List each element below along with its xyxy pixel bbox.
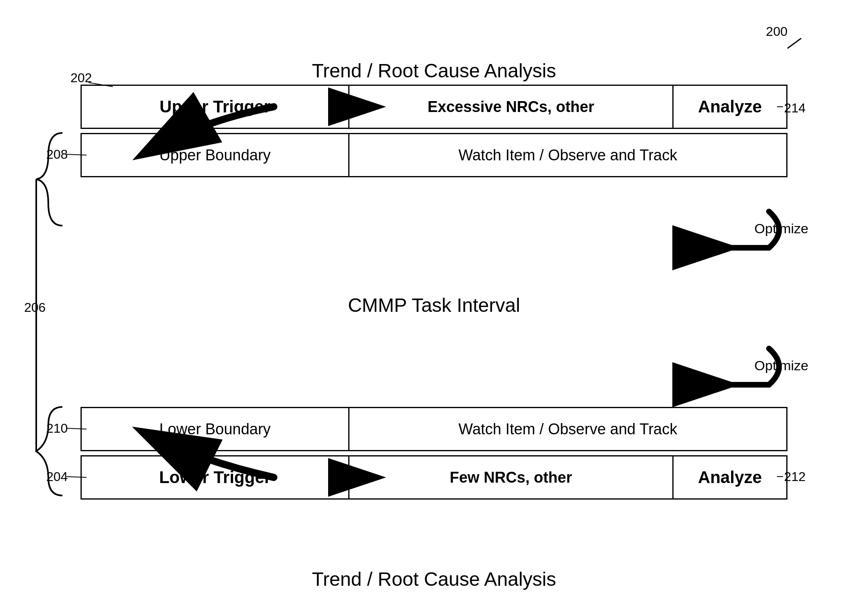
upper-trigger-label: Upper Trigger [159,97,270,116]
lower-trigger-row: Lower Trigger Few NRCs, other Analyze [81,455,787,500]
upper-trigger-middle-label: Excessive NRCs, other [428,98,594,116]
top-title: Trend / Root Cause Analysis [0,60,868,82]
lower-trigger-middle-cell: Few NRCs, other [349,456,674,498]
lower-trigger-label: Lower Trigger [159,468,271,487]
upper-trigger-row: Upper Trigger Excessive NRCs, other Anal… [81,85,787,129]
lower-watch-cell: Watch Item / Observe and Track [349,408,786,450]
lower-boundary-label: Lower Boundary [159,421,271,438]
optimize-lower-label: Optimize [754,358,808,373]
ref-208: 208 [46,147,68,162]
upper-boundary-cell: Upper Boundary [82,134,349,176]
svg-line-2 [787,38,801,48]
upper-watch-cell: Watch Item / Observe and Track [349,134,786,176]
lower-trigger-analyze-label: Analyze [698,468,762,487]
ref-204: 204 [46,469,68,484]
upper-boundary-label: Upper Boundary [159,147,271,164]
ref-206: 206 [24,300,45,315]
lower-watch-label: Watch Item / Observe and Track [459,421,677,438]
lower-trigger-middle-label: Few NRCs, other [450,469,572,486]
upper-trigger-middle-cell: Excessive NRCs, other [349,86,674,128]
upper-trigger-analyze-label: Analyze [698,97,762,116]
upper-trigger-analyze-cell: Analyze [674,86,786,128]
lower-trigger-analyze-cell: Analyze [674,456,786,498]
bottom-title: Trend / Root Cause Analysis [0,568,868,590]
optimize-upper-label: Optimize [754,221,808,236]
ref-200: 200 [766,24,787,39]
lower-boundary-cell: Lower Boundary [82,408,349,450]
upper-trigger-cell: Upper Trigger [82,86,349,128]
lower-boundary-row: Lower Boundary Watch Item / Observe and … [81,407,787,451]
upper-boundary-row: Upper Boundary Watch Item / Observe and … [81,133,787,177]
diagram-container: Trend / Root Cause Analysis Trend / Root… [0,0,868,616]
ref-202: 202 [70,71,92,85]
cmmp-task-interval-label: CMMP Task Interval [0,294,868,316]
ref-210: 210 [46,421,68,436]
lower-trigger-cell: Lower Trigger [82,456,349,498]
upper-watch-label: Watch Item / Observe and Track [459,147,677,164]
